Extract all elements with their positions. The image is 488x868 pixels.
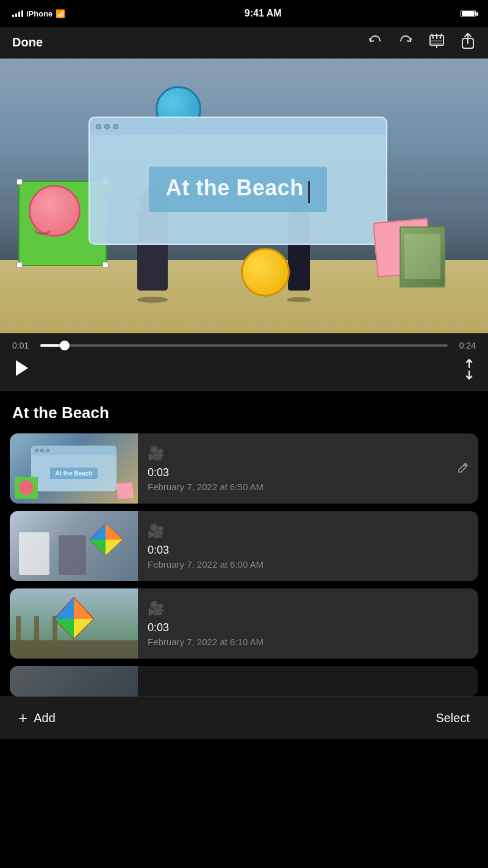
svg-point-2 [436,37,438,38]
video-camera-icon-3: 🎥 [148,601,468,617]
status-bar: iPhone 📶 9:41 AM [0,0,488,27]
time-row: 0:01 0:24 [12,341,476,350]
clip-info-3: 🎥 0:03 February 7, 2022 at 6:10 AM [138,593,478,654]
sticker-book[interactable] [400,226,445,288]
clip-edit-button-1[interactable] [458,461,468,476]
project-section: At the Beach At the Beach [0,391,488,696]
signal-bar-1 [12,15,14,17]
select-button[interactable]: Select [436,711,470,725]
progress-track[interactable] [40,344,448,347]
project-title: At the Beach [0,403,488,433]
svg-point-3 [440,37,442,38]
browser-dot-1 [96,124,101,129]
clip-thumbnail-4 [10,666,138,696]
title-box: At the Beach [149,167,328,212]
signal-bar-4 [21,10,23,17]
done-button[interactable]: Done [12,35,43,49]
clip-thumbnail-3 [10,588,138,659]
clip-info-2: 🎥 0:03 February 7, 2022 at 6:00 AM [138,516,478,577]
clip-info-1: 🎥 0:03 February 7, 2022 at 6:50 AM [138,438,478,499]
add-label: Add [34,711,56,725]
svg-marker-11 [16,360,28,376]
video-camera-icon-1: 🎥 [148,446,468,461]
signal-bars [12,10,23,17]
browser-dot-3 [113,124,118,129]
battery-icon [461,10,476,17]
play-button[interactable] [12,359,30,382]
svg-marker-24 [54,619,74,638]
sticker-browser-window[interactable]: At the Beach [88,117,387,245]
signal-bar-3 [18,12,20,17]
video-title-text: At the Beach [166,175,304,200]
browser-titlebar [90,118,386,135]
clip-thumbnail-1: At the Beach [10,433,138,504]
bottom-bar: + Add Select [0,696,488,739]
undo-button[interactable] [367,33,383,52]
clip-list: At the Beach 🎥 0:03 February 7, 2022 at … [0,433,488,696]
clip-thumbnail-2 [10,511,138,581]
clip-item-2[interactable]: 🎥 0:03 February 7, 2022 at 6:00 AM [10,511,478,581]
controls-row [12,356,476,386]
status-time: 9:41 AM [245,8,282,19]
smiley-sticker: ⌣ [33,212,52,247]
clip-duration-1: 0:03 [148,466,468,479]
clip-date-3: February 7, 2022 at 6:10 AM [148,637,468,647]
svg-line-13 [465,371,473,378]
clip-date-2: February 7, 2022 at 6:00 AM [148,559,468,570]
add-icon: + [18,709,27,728]
fullscreen-button[interactable] [455,358,480,383]
status-right [461,10,476,17]
battery-fill [462,11,475,16]
redo-button[interactable] [398,33,414,52]
svg-line-19 [106,555,110,560]
share-button[interactable] [460,32,476,53]
clip-date-1: February 7, 2022 at 6:50 AM [148,482,468,492]
clip-item[interactable]: At the Beach 🎥 0:03 February 7, 2022 at … [10,433,478,504]
video-camera-icon-2: 🎥 [148,523,468,539]
selection-handle-br[interactable] [102,262,109,268]
svg-marker-22 [74,619,93,638]
clip-item-3[interactable]: 🎥 0:03 February 7, 2022 at 6:10 AM [10,588,478,659]
carrier-label: iPhone [26,9,52,18]
playback-bar: 0:01 0:24 [0,333,488,391]
signal-bar-2 [15,13,17,17]
nav-actions [367,32,476,53]
clip-duration-3: 0:03 [148,621,468,634]
video-preview: ▶ ⌣ At the Beach [0,59,488,333]
clip-duration-2: 0:03 [148,544,468,557]
clip-item-4[interactable] [10,666,478,696]
progress-thumb[interactable] [60,341,70,350]
effects-button[interactable] [428,32,445,53]
selection-handle-bl[interactable] [16,262,23,268]
browser-dot-2 [104,124,110,129]
selection-handle-tl[interactable] [16,179,23,185]
svg-point-1 [432,37,434,38]
status-left: iPhone 📶 [12,9,65,18]
sticker-yellow-circle[interactable] [241,248,290,297]
nav-bar: Done [0,27,488,59]
browser-content: At the Beach [90,135,386,244]
total-time: 0:24 [454,341,476,350]
text-cursor [308,181,310,203]
current-time: 0:01 [12,341,34,350]
add-button[interactable]: + Add [18,709,56,728]
svg-point-8 [287,297,311,302]
svg-point-5 [137,297,168,303]
wifi-icon: 📶 [56,9,65,18]
